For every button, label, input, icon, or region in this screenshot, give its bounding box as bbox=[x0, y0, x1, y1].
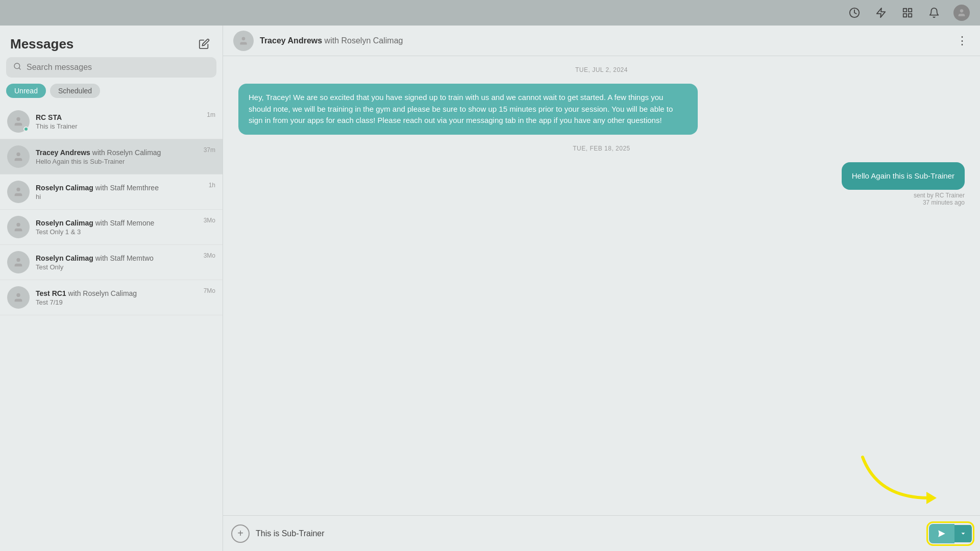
avatar bbox=[7, 110, 30, 133]
filter-tabs: Unread Scheduled bbox=[0, 84, 223, 104]
svg-marker-1 bbox=[877, 8, 886, 17]
conversation-info: Tracey Andrews with Roselyn Calimag Hell… bbox=[36, 148, 198, 165]
conversation-preview: Test Only bbox=[36, 263, 198, 271]
message-sent: Hello Again this is Sub-Trainer sent by … bbox=[842, 162, 965, 207]
online-indicator bbox=[23, 127, 29, 132]
avatar bbox=[7, 286, 30, 309]
user-avatar[interactable] bbox=[953, 5, 970, 21]
message-received: Hey, Tracey! We are so excited that you … bbox=[238, 84, 698, 135]
history-icon[interactable] bbox=[847, 6, 862, 20]
message-meta: sent by RC Trainer 37 minutes ago bbox=[914, 192, 965, 206]
send-button-container bbox=[929, 524, 972, 543]
conversation-item[interactable]: Roselyn Calimag with Staff Memthree hi 1… bbox=[0, 174, 223, 210]
lightning-icon[interactable] bbox=[874, 6, 888, 20]
svg-rect-5 bbox=[903, 14, 906, 17]
compose-icon[interactable] bbox=[196, 36, 212, 52]
more-options-icon[interactable]: ⋮ bbox=[954, 33, 970, 48]
date-divider: TUE, FEB 18, 2025 bbox=[238, 145, 965, 152]
main-content: Messages Unread Schedul bbox=[0, 26, 980, 551]
search-box bbox=[6, 57, 216, 78]
filter-tab-scheduled[interactable]: Scheduled bbox=[50, 84, 100, 98]
conversation-time: 1m bbox=[207, 111, 215, 118]
search-icon bbox=[13, 62, 21, 72]
date-divider: TUE, JUL 2, 2024 bbox=[238, 66, 965, 73]
sidebar-title: Messages bbox=[10, 36, 74, 52]
conversation-time: 37m bbox=[204, 146, 215, 154]
conversation-preview: Test Only 1 & 3 bbox=[36, 228, 198, 236]
chat-messages: TUE, JUL 2, 2024 Hey, Tracey! We are so … bbox=[223, 56, 980, 515]
conversation-list: RC STA This is Trainer 1m Tracey Andrews… bbox=[0, 104, 223, 551]
conversation-time: 1h bbox=[209, 182, 215, 189]
svg-point-13 bbox=[16, 258, 20, 262]
avatar bbox=[7, 181, 30, 203]
chat-avatar bbox=[233, 31, 254, 51]
conversation-name: Roselyn Calimag with Staff Memone bbox=[36, 219, 198, 227]
conversation-item[interactable]: Roselyn Calimag with Staff Memtwo Test O… bbox=[0, 245, 223, 280]
svg-rect-4 bbox=[909, 14, 912, 17]
svg-rect-3 bbox=[909, 9, 912, 12]
svg-point-6 bbox=[960, 9, 963, 12]
conversation-name: Roselyn Calimag with Staff Memthree bbox=[36, 184, 203, 192]
conversation-name: Tracey Andrews with Roselyn Calimag bbox=[36, 148, 198, 157]
sidebar-header: Messages bbox=[0, 26, 223, 57]
conversation-name: Test RC1 with Roselyn Calimag bbox=[36, 289, 198, 297]
conversation-info: RC STA This is Trainer bbox=[36, 113, 201, 130]
svg-point-11 bbox=[16, 188, 20, 191]
svg-point-12 bbox=[16, 223, 20, 227]
search-container bbox=[0, 57, 223, 84]
filter-tab-unread[interactable]: Unread bbox=[6, 84, 46, 98]
svg-point-15 bbox=[242, 37, 246, 40]
chat-input-area: + bbox=[223, 515, 980, 551]
chat-area: Tracey Andrews with Roselyn Calimag ⋮ TU… bbox=[223, 26, 980, 551]
conversation-item[interactable]: Roselyn Calimag with Staff Memone Test O… bbox=[0, 210, 223, 245]
conversation-name: RC STA bbox=[36, 113, 201, 121]
message-bubble: Hey, Tracey! We are so excited that you … bbox=[238, 84, 698, 135]
chat-header: Tracey Andrews with Roselyn Calimag ⋮ bbox=[223, 26, 980, 56]
svg-point-10 bbox=[16, 153, 20, 156]
svg-line-8 bbox=[19, 68, 20, 69]
grid-icon[interactable] bbox=[900, 6, 915, 20]
message-bubble: Hello Again this is Sub-Trainer bbox=[842, 162, 965, 190]
conversation-item[interactable]: RC STA This is Trainer 1m bbox=[0, 104, 223, 139]
conversation-preview: hi bbox=[36, 193, 203, 201]
conversation-item[interactable]: Tracey Andrews with Roselyn Calimag Hell… bbox=[0, 139, 223, 174]
sidebar: Messages Unread Schedul bbox=[0, 26, 223, 551]
conversation-preview: Hello Again this is Sub-Trainer bbox=[36, 158, 198, 165]
conversation-info: Roselyn Calimag with Staff Memthree hi bbox=[36, 184, 203, 201]
conversation-time: 3Mo bbox=[204, 217, 215, 224]
conversation-name: Roselyn Calimag with Staff Memtwo bbox=[36, 254, 198, 262]
message-input[interactable] bbox=[256, 523, 923, 544]
send-button[interactable] bbox=[929, 524, 954, 543]
svg-rect-2 bbox=[903, 9, 906, 12]
bell-icon[interactable] bbox=[927, 6, 941, 20]
svg-marker-17 bbox=[938, 530, 945, 537]
conversation-time: 7Mo bbox=[204, 287, 215, 294]
avatar bbox=[7, 145, 30, 168]
conversation-time: 3Mo bbox=[204, 252, 215, 259]
conversation-preview: This is Trainer bbox=[36, 122, 201, 130]
conversation-preview: Test 7/19 bbox=[36, 298, 198, 306]
conversation-item[interactable]: Test RC1 with Roselyn Calimag Test 7/19 … bbox=[0, 280, 223, 315]
conversation-info: Roselyn Calimag with Staff Memone Test O… bbox=[36, 219, 198, 236]
svg-point-14 bbox=[16, 293, 20, 297]
avatar bbox=[7, 251, 30, 273]
chat-header-name: Tracey Andrews with Roselyn Calimag bbox=[260, 36, 948, 45]
search-input[interactable] bbox=[27, 63, 209, 72]
top-navigation bbox=[0, 0, 980, 26]
add-attachment-button[interactable]: + bbox=[231, 524, 250, 543]
conversation-info: Test RC1 with Roselyn Calimag Test 7/19 bbox=[36, 289, 198, 306]
send-dropdown-button[interactable] bbox=[954, 525, 972, 542]
conversation-info: Roselyn Calimag with Staff Memtwo Test O… bbox=[36, 254, 198, 271]
svg-point-9 bbox=[16, 117, 20, 121]
avatar bbox=[7, 216, 30, 238]
